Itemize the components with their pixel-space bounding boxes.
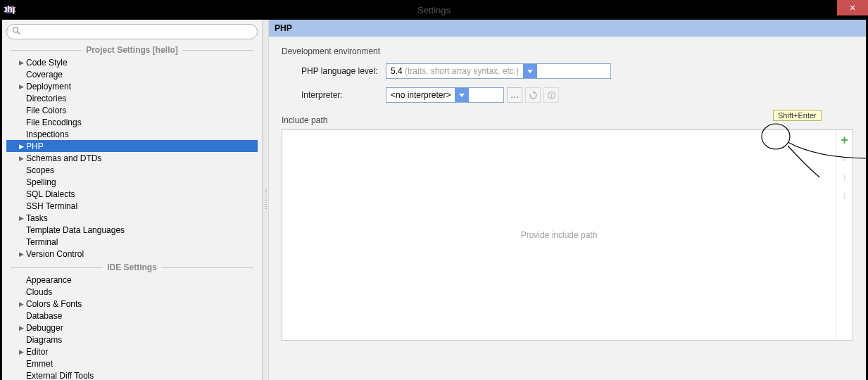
expand-icon: ▶ (18, 348, 25, 355)
interpreter-info-button[interactable] (543, 87, 559, 103)
tree-item-tasks[interactable]: ▶Tasks (6, 212, 258, 224)
ellipsis-icon: … (510, 90, 519, 100)
svg-point-5 (551, 93, 552, 94)
tree-item-template-data-languages[interactable]: Template Data Languages (6, 224, 258, 236)
tree-item-schemas-and-dtds[interactable]: ▶Schemas and DTDs (6, 152, 258, 164)
close-icon: × (850, 3, 855, 13)
interpreter-row: Interpreter: <no interpreter> … (301, 87, 853, 103)
tree-item-label: PHP (26, 141, 44, 151)
svg-point-2 (13, 27, 18, 32)
tree-item-label: Deployment (26, 82, 71, 91)
tree-item-external-diff-tools[interactable]: External Diff Tools (6, 369, 258, 380)
tree-item-label: Tasks (26, 213, 48, 223)
tree-item-deployment[interactable]: ▶Deployment (6, 80, 258, 92)
lang-level-combo[interactable]: 5.4 (traits, short array syntax, etc.) (386, 63, 611, 79)
tree-item-label: Template Data Languages (26, 225, 125, 235)
window-title: Settings (417, 5, 451, 15)
tree-item-directories[interactable]: Directories (6, 92, 258, 104)
include-path-list[interactable]: Provide include path + − ↑ ↓ (282, 129, 853, 341)
tree-item-coverage[interactable]: Coverage (6, 68, 258, 80)
tree-item-label: Coverage (26, 70, 63, 80)
tree-item-spelling[interactable]: Spelling (6, 176, 258, 188)
add-include-button[interactable]: + (841, 133, 848, 148)
tree-item-file-colors[interactable]: File Colors (6, 104, 258, 116)
move-up-button[interactable]: ↑ (842, 171, 848, 183)
reload-icon (529, 91, 538, 100)
resize-handle[interactable] (263, 20, 269, 380)
lang-level-value: 5.4 (traits, short array syntax, etc.) (386, 66, 523, 76)
tree-item-label: File Encodings (26, 118, 82, 127)
interpreter-combo[interactable]: <no interpreter> (386, 87, 504, 103)
search-icon (12, 27, 20, 37)
tree-item-colors-fonts[interactable]: ▶Colors & Fonts (6, 298, 258, 310)
tree-item-emmet[interactable]: Emmet (6, 357, 258, 369)
tree-item-label: Appearance (26, 275, 72, 285)
tree-item-label: Editor (26, 347, 48, 357)
remove-include-button[interactable]: − (841, 153, 848, 165)
tree-item-inspections[interactable]: Inspections (6, 128, 258, 140)
tree-item-editor[interactable]: ▶Editor (6, 346, 258, 357)
tree-item-terminal[interactable]: Terminal (6, 236, 258, 248)
tree-item-label: Clouds (26, 287, 52, 297)
include-placeholder: Provide include path (521, 230, 598, 240)
tree-item-sql-dialects[interactable]: SQL Dialects (6, 188, 258, 200)
tree-item-label: Emmet (26, 359, 53, 369)
tree-item-code-style[interactable]: ▶Code Style (6, 56, 258, 68)
tree-item-label: Diagrams (26, 335, 62, 345)
include-path-label: Include path (282, 115, 853, 125)
dev-env-section: Development environment (282, 46, 853, 56)
settings-tree[interactable]: Project Settings [hello]▶Code StyleCover… (6, 42, 258, 380)
tree-item-clouds[interactable]: Clouds (6, 286, 258, 298)
tree-item-scopes[interactable]: Scopes (6, 164, 258, 176)
expand-icon: ▶ (18, 59, 25, 66)
lang-level-row: PHP language level: 5.4 (traits, short a… (301, 63, 853, 79)
app-icon: php (4, 4, 15, 15)
expand-icon: ▶ (18, 215, 25, 222)
interpreter-label: Interpreter: (301, 90, 386, 100)
tree-item-debugger[interactable]: ▶Debugger (6, 322, 258, 334)
tree-item-label: External Diff Tools (26, 371, 94, 381)
interpreter-value: <no interpreter> (386, 90, 455, 100)
tree-item-label: File Colors (26, 106, 66, 115)
tree-section-header: IDE Settings (6, 262, 258, 272)
tree-item-label: Scopes (26, 165, 54, 175)
svg-line-3 (18, 32, 20, 34)
titlebar: php Settings × (0, 0, 868, 20)
tree-item-label: Spelling (26, 177, 56, 187)
tree-item-label: Debugger (26, 323, 63, 333)
expand-icon: ▶ (18, 155, 25, 162)
tree-item-file-encodings[interactable]: File Encodings (6, 116, 258, 128)
dialog-body: Project Settings [hello]▶Code StyleCover… (2, 20, 866, 380)
interpreter-browse-button[interactable]: … (507, 87, 522, 103)
close-button[interactable]: × (837, 0, 868, 15)
tree-item-label: Database (26, 311, 62, 321)
tree-item-ssh-terminal[interactable]: SSH Terminal (6, 200, 258, 212)
tree-item-label: Inspections (26, 129, 69, 139)
tree-item-label: Version Control (26, 249, 84, 259)
tree-item-label: SQL Dialects (26, 189, 75, 199)
interpreter-reload-button[interactable] (525, 87, 541, 103)
tree-item-diagrams[interactable]: Diagrams (6, 334, 258, 346)
move-down-button[interactable]: ↓ (842, 189, 848, 201)
tree-item-database[interactable]: Database (6, 310, 258, 322)
panel-header: PHP (269, 20, 866, 37)
expand-icon: ▶ (18, 300, 25, 308)
panel-title: PHP (275, 23, 292, 33)
grip-icon (265, 189, 267, 210)
tree-item-label: Colors & Fonts (26, 299, 82, 309)
search-wrap (6, 24, 258, 39)
expand-icon: ▶ (18, 143, 25, 150)
tree-item-version-control[interactable]: ▶Version Control (6, 248, 258, 260)
dropdown-arrow-icon (455, 88, 469, 102)
tree-item-php[interactable]: ▶PHP (6, 140, 258, 152)
svg-text:php: php (4, 4, 15, 14)
settings-main: PHP Development environment PHP language… (269, 20, 866, 380)
tree-item-appearance[interactable]: Appearance (6, 274, 258, 286)
lang-level-label: PHP language level: (301, 66, 386, 76)
tree-item-label: Schemas and DTDs (26, 153, 101, 163)
panel-body: Development environment PHP language lev… (269, 37, 866, 380)
search-input[interactable] (6, 24, 258, 39)
shortcut-tooltip: Shift+Enter (773, 110, 822, 121)
expand-icon: ▶ (18, 324, 25, 331)
tree-item-label: Code Style (26, 58, 68, 68)
